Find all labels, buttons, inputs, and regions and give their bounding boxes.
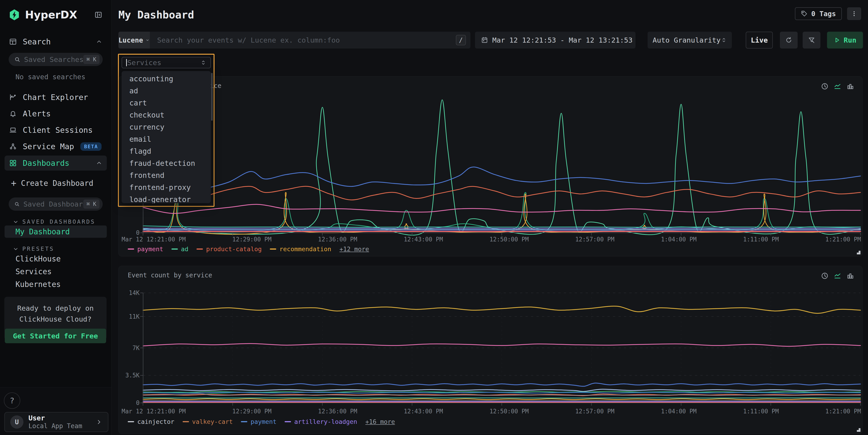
legend-item: ad bbox=[172, 246, 189, 253]
legend-label: product-catalog bbox=[206, 246, 261, 253]
help-button[interactable]: ? bbox=[4, 393, 20, 409]
chart-plot-area[interactable] bbox=[143, 293, 861, 403]
sidebar-collapse-button[interactable] bbox=[94, 11, 102, 19]
x-axis-tick-label: 1:11:00 PM bbox=[743, 236, 779, 243]
services-option[interactable]: accounting bbox=[122, 73, 211, 85]
question-mark-icon: ? bbox=[10, 396, 14, 405]
panel-resize-handle[interactable] bbox=[857, 428, 861, 432]
legend-label: ad bbox=[181, 246, 189, 253]
presets-group-toggle[interactable]: PRESETS bbox=[13, 246, 111, 252]
granularity-select[interactable]: Auto Granularity bbox=[648, 32, 732, 49]
legend-label: artillery-loadgen bbox=[294, 418, 357, 425]
updown-chevrons-icon bbox=[200, 60, 206, 66]
search-section-icon bbox=[9, 38, 17, 45]
dashboard-item-label: My Dashboard bbox=[16, 227, 70, 236]
x-axis-tick-label: 12:43:00 PM bbox=[404, 408, 443, 415]
y-axis-tick-label: 0 bbox=[136, 229, 140, 236]
x-axis-labels: Mar 12 12:21:00 PM12:29:00 PM12:36:00 PM… bbox=[122, 236, 861, 243]
group-header-label: PRESETS bbox=[22, 246, 54, 252]
time-chart-icon[interactable] bbox=[821, 272, 829, 280]
filter-funnel-icon bbox=[808, 36, 815, 44]
y-axis-tick-label: 11K bbox=[129, 313, 140, 320]
dashboard-menu-button[interactable] bbox=[847, 7, 861, 20]
services-option[interactable]: ad bbox=[122, 85, 211, 97]
bar-chart-toggle-icon[interactable] bbox=[846, 272, 854, 280]
legend-label: valkey-cart bbox=[192, 418, 233, 425]
line-chart-toggle-icon[interactable] bbox=[834, 272, 841, 280]
legend-swatch bbox=[241, 421, 247, 422]
chart-plot-area[interactable] bbox=[143, 83, 861, 233]
legend-more-link[interactable]: +12 more bbox=[340, 246, 369, 253]
legend-swatch bbox=[270, 248, 276, 250]
services-option[interactable]: fraud-detection bbox=[122, 157, 211, 169]
preset-item-label: Kubernetes bbox=[16, 280, 61, 289]
saved-dashboards-group-toggle[interactable]: SAVED DASHBOARDS bbox=[13, 218, 111, 225]
tags-label: 0 Tags bbox=[811, 10, 836, 18]
x-axis-tick-label: 12:36:00 PM bbox=[318, 408, 357, 415]
chart-legend: payment ad product-catalog recom bbox=[128, 246, 369, 253]
live-button[interactable]: Live bbox=[746, 32, 773, 49]
page-title: My Dashboard bbox=[118, 9, 194, 21]
saved-searches-placeholder: Saved Searches bbox=[24, 55, 83, 64]
create-dashboard-button[interactable]: + Create Dashboard bbox=[0, 174, 111, 192]
saved-dashboards-input[interactable]: Saved Dashboards ⌘ K bbox=[9, 197, 103, 211]
refresh-button[interactable] bbox=[780, 32, 798, 49]
x-axis-tick-label: 12:50:00 PM bbox=[490, 408, 529, 415]
search-icon bbox=[14, 201, 20, 207]
x-axis-tick-label: 12:57:00 PM bbox=[575, 236, 614, 243]
user-team: Local App Team bbox=[28, 422, 82, 430]
chart-panel-requests-by-service: vice 0 Mar 12 12:21:00 PM12:29:00 PM12:3… bbox=[118, 76, 863, 256]
sidebar-item-client-sessions[interactable]: Client Sessions bbox=[0, 122, 111, 138]
sidebar-item-dashboards[interactable]: Dashboards bbox=[5, 156, 107, 170]
legend-item: valkey-cart bbox=[183, 418, 233, 425]
legend-item: payment bbox=[128, 246, 163, 253]
time-range-picker[interactable]: Mar 12 12:21:53 - Mar 12 13:21:53 bbox=[475, 32, 636, 49]
x-axis-tick-label: Mar 12 12:21:00 PM bbox=[122, 236, 186, 243]
event-search-input[interactable]: Lucene Search your events w/ Lucene ex. … bbox=[118, 32, 470, 49]
legend-item: payment bbox=[241, 418, 276, 425]
services-option[interactable]: frontend bbox=[122, 169, 211, 182]
sidebar-footer: ? U User Local App Team bbox=[0, 387, 111, 435]
legend-label: payment bbox=[250, 418, 276, 425]
beta-badge: BETA bbox=[81, 142, 101, 151]
services-option[interactable]: currency bbox=[122, 121, 211, 133]
dropdown-scrollbar[interactable] bbox=[211, 73, 213, 121]
tags-button[interactable]: 0 Tags bbox=[795, 7, 842, 20]
search-placeholder: Search your events w/ Lucene ex. column:… bbox=[157, 32, 340, 49]
legend-more-link[interactable]: +16 more bbox=[366, 418, 395, 425]
get-started-button[interactable]: Get Started for Free bbox=[5, 329, 106, 343]
sidebar-item-chart-explorer[interactable]: Chart Explorer bbox=[0, 89, 111, 105]
services-option[interactable]: flagd bbox=[122, 145, 211, 157]
brand-name: HyperDX bbox=[25, 9, 77, 21]
updown-chevrons-icon bbox=[721, 37, 727, 43]
user-menu-button[interactable]: U User Local App Team bbox=[4, 412, 108, 432]
filter-button[interactable] bbox=[803, 32, 820, 49]
run-button[interactable]: Run bbox=[827, 32, 863, 49]
services-option[interactable]: load-generator bbox=[122, 194, 211, 203]
services-filter-input[interactable]: Services bbox=[122, 57, 211, 68]
sidebar-item-alerts[interactable]: Alerts bbox=[0, 105, 111, 122]
saved-searches-input[interactable]: Saved Searches ⌘ K bbox=[9, 53, 103, 66]
sidebar-item-service-map[interactable]: Service Map BETA bbox=[0, 138, 111, 155]
preset-dashboard-item[interactable]: Services bbox=[5, 265, 107, 278]
services-option[interactable]: cart bbox=[122, 97, 211, 109]
search-icon bbox=[14, 56, 21, 63]
dashboards-icon bbox=[9, 159, 17, 167]
sidebar-item-search[interactable]: Search bbox=[0, 36, 111, 48]
line-chart bbox=[143, 83, 861, 233]
presets-list: ClickHouse Services Kubernetes bbox=[0, 253, 111, 290]
no-saved-searches-text: No saved searches bbox=[16, 73, 111, 81]
services-option[interactable]: checkout bbox=[122, 109, 211, 121]
services-option[interactable]: email bbox=[122, 133, 211, 145]
filter-bar: Lucene Search your events w/ Lucene ex. … bbox=[112, 32, 868, 49]
panel-resize-handle[interactable] bbox=[857, 251, 861, 254]
query-language-select[interactable]: Lucene bbox=[118, 32, 150, 49]
legend-label: payment bbox=[137, 246, 163, 253]
y-axis-tick-label: 7K bbox=[132, 345, 140, 351]
sidebar-item-my-dashboard[interactable]: My Dashboard bbox=[5, 225, 107, 238]
promo-text: Ready to deploy on ClickHouse Cloud? bbox=[13, 303, 97, 324]
time-range-value: Mar 12 12:21:53 - Mar 12 13:21:53 bbox=[492, 36, 632, 44]
services-option[interactable]: frontend-proxy bbox=[122, 182, 211, 194]
preset-dashboard-item[interactable]: Kubernetes bbox=[5, 278, 107, 290]
preset-dashboard-item[interactable]: ClickHouse bbox=[5, 253, 107, 265]
